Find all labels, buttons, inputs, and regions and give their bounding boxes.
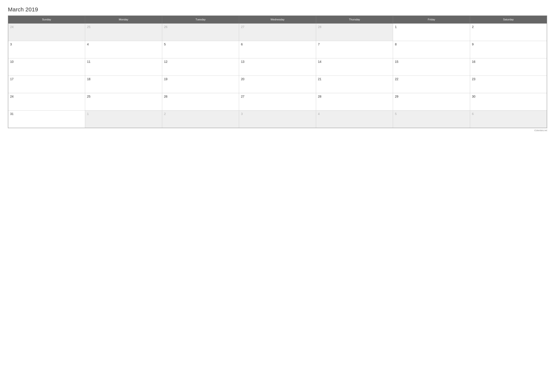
calendar-day-cell[interactable]: 3 xyxy=(8,41,85,58)
calendar-day-cell[interactable]: 2 xyxy=(470,24,547,41)
calendar-day-cell[interactable]: 25 xyxy=(85,24,162,41)
day-number: 14 xyxy=(318,60,321,64)
calendar-day-cell[interactable]: 7 xyxy=(316,41,393,58)
calendar-day-cell[interactable]: 22 xyxy=(393,76,470,93)
day-number: 1 xyxy=(395,25,397,29)
day-number: 3 xyxy=(241,112,243,116)
day-number: 29 xyxy=(395,95,398,98)
day-of-week-header-wednesday: Wednesday xyxy=(239,16,316,24)
calendar-day-cell[interactable]: 1 xyxy=(85,111,162,128)
day-number: 6 xyxy=(472,112,474,116)
day-number: 13 xyxy=(241,60,244,64)
calendar-footer: iCalendars.net xyxy=(8,129,547,132)
day-number: 7 xyxy=(318,43,320,46)
day-number: 6 xyxy=(241,43,243,46)
day-number: 26 xyxy=(164,95,168,98)
day-number: 27 xyxy=(241,25,244,29)
calendar-day-cell[interactable]: 6 xyxy=(239,41,316,58)
day-number: 10 xyxy=(10,60,14,64)
calendar-day-cell[interactable]: 15 xyxy=(393,58,470,76)
calendar-day-cell[interactable]: 31 xyxy=(8,111,85,128)
day-number: 28 xyxy=(318,25,321,29)
calendar-day-cell[interactable]: 27 xyxy=(239,24,316,41)
day-of-week-header-thursday: Thursday xyxy=(316,16,393,24)
day-number: 4 xyxy=(87,43,89,46)
calendar-day-cell[interactable]: 5 xyxy=(162,41,239,58)
day-number: 2 xyxy=(472,25,474,29)
day-number: 16 xyxy=(472,60,475,64)
day-of-week-header-monday: Monday xyxy=(85,16,162,24)
calendar-day-cell[interactable]: 26 xyxy=(162,93,239,111)
day-of-week-header-saturday: Saturday xyxy=(470,16,547,24)
day-number: 8 xyxy=(395,43,397,46)
day-number: 26 xyxy=(164,25,168,29)
day-number: 19 xyxy=(164,77,168,81)
calendar-day-cell[interactable]: 27 xyxy=(239,93,316,111)
calendar-day-cell[interactable]: 24 xyxy=(8,93,85,111)
calendar-day-cell[interactable]: 9 xyxy=(470,41,547,58)
day-number: 3 xyxy=(10,43,12,46)
calendar-table: SundayMondayTuesdayWednesdayThursdayFrid… xyxy=(8,15,547,128)
calendar-day-cell[interactable]: 12 xyxy=(162,58,239,76)
day-number: 21 xyxy=(318,77,321,81)
day-number: 24 xyxy=(10,25,14,29)
calendar-day-cell[interactable]: 2 xyxy=(162,111,239,128)
calendar-day-cell[interactable]: 25 xyxy=(85,93,162,111)
day-of-week-header-sunday: Sunday xyxy=(8,16,85,24)
day-number: 5 xyxy=(164,43,166,46)
day-number: 27 xyxy=(241,95,244,98)
calendar-day-cell[interactable]: 14 xyxy=(316,58,393,76)
calendar-day-cell[interactable]: 28 xyxy=(316,24,393,41)
calendar-week-row: 31123456 xyxy=(8,111,547,128)
day-number: 24 xyxy=(10,95,14,98)
calendar-day-cell[interactable]: 1 xyxy=(393,24,470,41)
calendar-day-cell[interactable]: 30 xyxy=(470,93,547,111)
calendar-day-cell[interactable]: 4 xyxy=(85,41,162,58)
day-number: 9 xyxy=(472,43,474,46)
day-number: 18 xyxy=(87,77,90,81)
day-number: 11 xyxy=(87,60,90,64)
calendar-week-row: 242526272812 xyxy=(8,24,547,41)
calendar-day-cell[interactable]: 11 xyxy=(85,58,162,76)
calendar-day-cell[interactable]: 17 xyxy=(8,76,85,93)
calendar-day-cell[interactable]: 28 xyxy=(316,93,393,111)
day-number: 1 xyxy=(87,112,89,116)
day-number: 31 xyxy=(10,112,14,116)
calendar-day-cell[interactable]: 10 xyxy=(8,58,85,76)
day-of-week-header-tuesday: Tuesday xyxy=(162,16,239,24)
calendar-day-cell[interactable]: 16 xyxy=(470,58,547,76)
day-number: 17 xyxy=(10,77,14,81)
calendar-day-cell[interactable]: 20 xyxy=(239,76,316,93)
calendar-week-row: 24252627282930 xyxy=(8,93,547,111)
calendar-day-cell[interactable]: 3 xyxy=(239,111,316,128)
day-number: 25 xyxy=(87,95,90,98)
day-number: 5 xyxy=(395,112,397,116)
calendar-day-cell[interactable]: 18 xyxy=(85,76,162,93)
day-number: 20 xyxy=(241,77,244,81)
calendar-day-cell[interactable]: 26 xyxy=(162,24,239,41)
day-number: 22 xyxy=(395,77,398,81)
calendar-day-cell[interactable]: 6 xyxy=(470,111,547,128)
calendar-title: March 2019 xyxy=(8,6,547,13)
calendar-day-cell[interactable]: 24 xyxy=(8,24,85,41)
day-number: 2 xyxy=(164,112,166,116)
day-number: 23 xyxy=(472,77,475,81)
calendar-day-cell[interactable]: 8 xyxy=(393,41,470,58)
calendar-day-cell[interactable]: 4 xyxy=(316,111,393,128)
calendar-day-cell[interactable]: 21 xyxy=(316,76,393,93)
day-number: 12 xyxy=(164,60,168,64)
calendar-week-row: 17181920212223 xyxy=(8,76,547,93)
calendar-day-cell[interactable]: 13 xyxy=(239,58,316,76)
calendar-week-row: 3456789 xyxy=(8,41,547,58)
day-number: 4 xyxy=(318,112,320,116)
calendar-day-cell[interactable]: 23 xyxy=(470,76,547,93)
calendar-day-cell[interactable]: 29 xyxy=(393,93,470,111)
day-of-week-header-friday: Friday xyxy=(393,16,470,24)
calendar-week-row: 10111213141516 xyxy=(8,58,547,76)
day-number: 15 xyxy=(395,60,398,64)
calendar-day-cell[interactable]: 5 xyxy=(393,111,470,128)
day-number: 25 xyxy=(87,25,90,29)
calendar-day-cell[interactable]: 19 xyxy=(162,76,239,93)
day-number: 28 xyxy=(318,95,321,98)
day-number: 30 xyxy=(472,95,475,98)
